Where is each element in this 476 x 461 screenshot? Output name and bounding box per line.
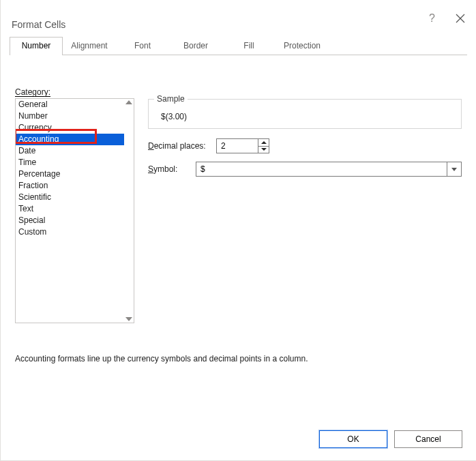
dialog-title: Format Cells bbox=[12, 19, 476, 30]
title-controls: ? bbox=[429, 12, 465, 25]
sample-value: $(3.00) bbox=[157, 112, 453, 121]
tab-bar: Number Alignment Font Border Fill Protec… bbox=[10, 37, 467, 55]
list-item-accounting[interactable]: Accounting bbox=[16, 134, 124, 145]
symbol-label: Symbol: bbox=[148, 164, 196, 174]
list-item-label: Special bbox=[18, 215, 45, 225]
list-item[interactable]: Special bbox=[16, 215, 124, 226]
symbol-select[interactable] bbox=[196, 162, 462, 177]
button-label: Cancel bbox=[415, 434, 441, 444]
tab-number[interactable]: Number bbox=[10, 37, 63, 55]
symbol-dropdown-button[interactable] bbox=[447, 162, 462, 177]
dialog-button-row: OK Cancel bbox=[319, 430, 462, 448]
title-bar: Format Cells ? bbox=[1, 0, 476, 37]
scroll-down-icon bbox=[125, 317, 132, 321]
tab-label: Fill bbox=[243, 41, 254, 50]
symbol-row: Symbol: bbox=[148, 162, 462, 177]
tab-label: Number bbox=[22, 41, 51, 50]
format-cells-dialog: Format Cells ? Number Alignment Font Bor… bbox=[0, 0, 476, 461]
category-listbox-inner: General Number Currency Accounting Date … bbox=[16, 99, 124, 323]
tab-label: Protection bbox=[284, 41, 321, 50]
chevron-up-icon bbox=[261, 141, 267, 144]
list-item-label: General bbox=[18, 100, 48, 109]
list-item[interactable]: Time bbox=[16, 157, 124, 168]
ok-button[interactable]: OK bbox=[319, 430, 387, 448]
chevron-down-icon bbox=[261, 148, 267, 151]
list-item-label: Currency bbox=[18, 123, 52, 132]
list-item[interactable]: Currency bbox=[16, 122, 124, 134]
list-item-label: Date bbox=[18, 146, 35, 155]
close-icon bbox=[456, 14, 465, 23]
right-column: Sample $(3.00) Decimal places: Symbol: bbox=[148, 99, 462, 177]
category-label: Category: bbox=[15, 87, 462, 97]
mnemonic: D bbox=[148, 141, 154, 151]
mnemonic: S bbox=[148, 164, 153, 174]
tab-font[interactable]: Font bbox=[116, 37, 169, 55]
spinner-down-button[interactable] bbox=[258, 146, 269, 153]
spinner-up-button[interactable] bbox=[258, 139, 269, 146]
symbol-input[interactable] bbox=[196, 162, 447, 177]
tab-label: Font bbox=[134, 41, 151, 50]
label-rest: ymbol: bbox=[153, 164, 177, 174]
content-area: Category: General Number Currency Accoun… bbox=[15, 87, 462, 323]
help-button[interactable]: ? bbox=[429, 12, 435, 25]
chevron-down-icon bbox=[451, 168, 457, 171]
tab-protection[interactable]: Protection bbox=[276, 37, 329, 55]
scroll-up-icon bbox=[125, 100, 132, 104]
list-item[interactable]: Date bbox=[16, 145, 124, 157]
tab-fill[interactable]: Fill bbox=[222, 37, 276, 55]
list-item[interactable]: Text bbox=[16, 203, 124, 215]
decimal-places-label: Decimal places: bbox=[148, 141, 216, 151]
close-button[interactable] bbox=[456, 14, 465, 23]
list-item-label: Accounting bbox=[18, 134, 59, 144]
tab-label: Border bbox=[183, 41, 208, 50]
tab-label: Alignment bbox=[71, 41, 107, 50]
cancel-button[interactable]: Cancel bbox=[394, 430, 462, 448]
sample-group: Sample $(3.00) bbox=[148, 99, 462, 129]
label-rest: ecimal places: bbox=[154, 141, 206, 151]
list-item[interactable]: Number bbox=[16, 110, 124, 122]
spinner-buttons bbox=[258, 139, 269, 153]
list-item[interactable]: Fraction bbox=[16, 180, 124, 192]
list-item[interactable]: General bbox=[16, 99, 124, 110]
sample-legend: Sample bbox=[154, 94, 188, 104]
tab-border[interactable]: Border bbox=[169, 37, 222, 55]
listbox-scrollbar[interactable] bbox=[124, 99, 134, 323]
decimal-places-spinner[interactable] bbox=[216, 138, 269, 153]
decimal-places-row: Decimal places: bbox=[148, 138, 462, 153]
list-item-label: Scientific bbox=[18, 192, 51, 202]
list-item[interactable]: Custom bbox=[16, 226, 124, 238]
list-item-label: Percentage bbox=[18, 169, 60, 179]
list-item-label: Custom bbox=[18, 227, 46, 237]
list-item-label: Fraction bbox=[18, 181, 48, 190]
tab-alignment[interactable]: Alignment bbox=[63, 37, 116, 55]
category-listbox[interactable]: General Number Currency Accounting Date … bbox=[15, 98, 134, 323]
list-item-label: Time bbox=[18, 158, 36, 167]
list-item[interactable]: Scientific bbox=[16, 192, 124, 203]
list-item-label: Number bbox=[18, 111, 48, 121]
button-label: OK bbox=[347, 434, 359, 444]
category-description: Accounting formats line up the currency … bbox=[15, 354, 462, 363]
decimal-places-input[interactable] bbox=[217, 139, 258, 153]
list-item[interactable]: Percentage bbox=[16, 168, 124, 180]
list-item-label: Text bbox=[18, 204, 33, 213]
